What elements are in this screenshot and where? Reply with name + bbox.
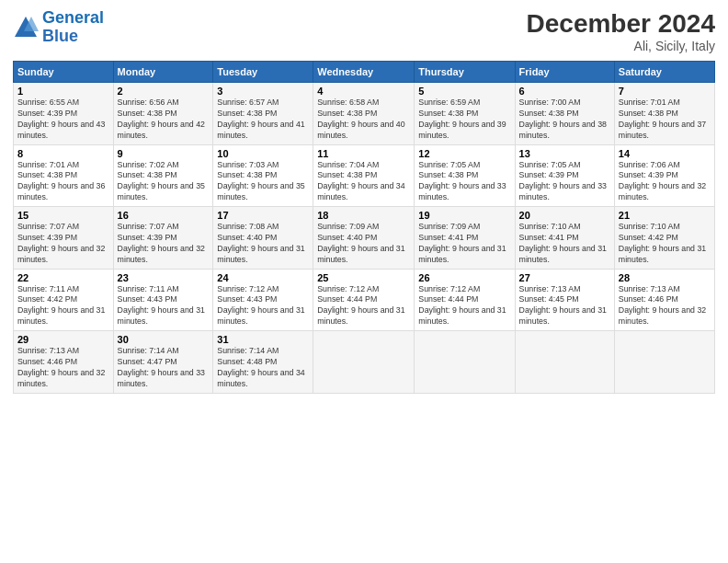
- calendar: SundayMondayTuesdayWednesdayThursdayFrid…: [13, 61, 715, 394]
- sunrise-label: Sunrise: 7:05 AM: [519, 160, 581, 169]
- daylight-label: Daylight: 9 hours and 43 minutes.: [17, 120, 105, 140]
- calendar-cell: 12 Sunrise: 7:05 AM Sunset: 4:38 PM Dayl…: [415, 144, 515, 207]
- daylight-label: Daylight: 9 hours and 31 minutes.: [17, 305, 105, 326]
- daylight-label: Daylight: 9 hours and 34 minutes.: [317, 181, 404, 201]
- day-number: 18: [317, 210, 410, 221]
- sunset-label: Sunset: 4:41 PM: [519, 233, 579, 242]
- day-number: 1: [17, 86, 109, 97]
- day-number: 16: [118, 210, 210, 221]
- day-info: Sunrise: 7:07 AM Sunset: 4:39 PM Dayligh…: [17, 222, 109, 266]
- logo-line2: Blue: [42, 27, 78, 45]
- day-info: Sunrise: 7:06 AM Sunset: 4:39 PM Dayligh…: [619, 160, 711, 204]
- calendar-cell: 21 Sunrise: 7:10 AM Sunset: 4:42 PM Dayl…: [614, 207, 714, 270]
- sunrise-label: Sunrise: 7:14 AM: [217, 346, 279, 355]
- col-header-tuesday: Tuesday: [213, 62, 313, 83]
- calendar-cell: 5 Sunrise: 6:59 AM Sunset: 4:38 PM Dayli…: [415, 83, 515, 145]
- sunset-label: Sunset: 4:43 PM: [118, 294, 177, 304]
- day-info: Sunrise: 7:09 AM Sunset: 4:41 PM Dayligh…: [418, 222, 510, 266]
- sunset-label: Sunset: 4:45 PM: [519, 294, 579, 304]
- col-header-friday: Friday: [515, 62, 614, 83]
- sunrise-label: Sunrise: 6:58 AM: [317, 98, 379, 107]
- daylight-label: Daylight: 9 hours and 39 minutes.: [418, 120, 506, 140]
- daylight-label: Daylight: 9 hours and 38 minutes.: [519, 120, 607, 140]
- calendar-cell: 18 Sunrise: 7:09 AM Sunset: 4:40 PM Dayl…: [313, 207, 415, 270]
- calendar-cell: 11 Sunrise: 7:04 AM Sunset: 4:38 PM Dayl…: [313, 144, 415, 207]
- sunrise-label: Sunrise: 7:11 AM: [118, 284, 179, 293]
- sunrise-label: Sunrise: 7:02 AM: [118, 160, 179, 169]
- sunrise-label: Sunrise: 7:05 AM: [418, 160, 480, 169]
- sunrise-label: Sunrise: 7:04 AM: [317, 160, 379, 169]
- daylight-label: Daylight: 9 hours and 31 minutes.: [317, 305, 404, 326]
- day-info: Sunrise: 7:03 AM Sunset: 4:38 PM Dayligh…: [217, 160, 309, 204]
- daylight-label: Daylight: 9 hours and 32 minutes.: [619, 181, 706, 201]
- day-info: Sunrise: 6:56 AM Sunset: 4:38 PM Dayligh…: [118, 98, 210, 142]
- sunset-label: Sunset: 4:44 PM: [317, 294, 377, 304]
- sunrise-label: Sunrise: 7:00 AM: [519, 98, 581, 107]
- day-info: Sunrise: 7:14 AM Sunset: 4:48 PM Dayligh…: [217, 346, 309, 390]
- day-info: Sunrise: 7:12 AM Sunset: 4:44 PM Dayligh…: [418, 284, 510, 328]
- title-area: December 2024 Ali, Sicily, Italy: [527, 9, 715, 53]
- daylight-label: Daylight: 9 hours and 42 minutes.: [118, 120, 205, 140]
- calendar-cell: 28 Sunrise: 7:13 AM Sunset: 4:46 PM Dayl…: [614, 269, 714, 331]
- sunrise-label: Sunrise: 7:12 AM: [317, 284, 379, 293]
- day-info: Sunrise: 7:12 AM Sunset: 4:44 PM Dayligh…: [317, 284, 410, 328]
- day-info: Sunrise: 7:05 AM Sunset: 4:39 PM Dayligh…: [519, 160, 610, 204]
- calendar-cell: 8 Sunrise: 7:01 AM Sunset: 4:38 PM Dayli…: [14, 144, 114, 207]
- daylight-label: Daylight: 9 hours and 31 minutes.: [317, 244, 404, 264]
- daylight-label: Daylight: 9 hours and 31 minutes.: [519, 244, 607, 264]
- calendar-cell: [614, 331, 714, 394]
- day-info: Sunrise: 7:09 AM Sunset: 4:40 PM Dayligh…: [317, 222, 410, 266]
- page: General Blue December 2024 Ali, Sicily, …: [0, 0, 728, 563]
- week-row-1: 1 Sunrise: 6:55 AM Sunset: 4:39 PM Dayli…: [14, 83, 715, 145]
- day-number: 15: [17, 210, 109, 221]
- week-row-5: 29 Sunrise: 7:13 AM Sunset: 4:46 PM Dayl…: [14, 331, 715, 394]
- daylight-label: Daylight: 9 hours and 32 minutes.: [17, 368, 105, 388]
- calendar-cell: 13 Sunrise: 7:05 AM Sunset: 4:39 PM Dayl…: [515, 144, 614, 207]
- daylight-label: Daylight: 9 hours and 32 minutes.: [17, 244, 105, 264]
- daylight-label: Daylight: 9 hours and 31 minutes.: [118, 305, 205, 326]
- daylight-label: Daylight: 9 hours and 32 minutes.: [118, 244, 205, 264]
- calendar-cell: 2 Sunrise: 6:56 AM Sunset: 4:38 PM Dayli…: [113, 83, 213, 145]
- day-info: Sunrise: 7:08 AM Sunset: 4:40 PM Dayligh…: [217, 222, 309, 266]
- sunset-label: Sunset: 4:38 PM: [118, 109, 177, 118]
- calendar-cell: 19 Sunrise: 7:09 AM Sunset: 4:41 PM Dayl…: [415, 207, 515, 270]
- day-number: 26: [418, 272, 510, 283]
- day-number: 11: [317, 148, 410, 159]
- sunrise-label: Sunrise: 7:01 AM: [17, 160, 79, 169]
- day-info: Sunrise: 7:13 AM Sunset: 4:45 PM Dayligh…: [519, 284, 610, 328]
- day-number: 13: [519, 148, 610, 159]
- day-number: 22: [17, 272, 109, 283]
- sunset-label: Sunset: 4:48 PM: [217, 357, 277, 366]
- daylight-label: Daylight: 9 hours and 31 minutes.: [418, 244, 506, 264]
- calendar-cell: 26 Sunrise: 7:12 AM Sunset: 4:44 PM Dayl…: [415, 269, 515, 331]
- calendar-cell: 24 Sunrise: 7:12 AM Sunset: 4:43 PM Dayl…: [213, 269, 313, 331]
- sunset-label: Sunset: 4:38 PM: [418, 109, 478, 118]
- logo-text: General Blue: [42, 9, 104, 46]
- sunrise-label: Sunrise: 6:59 AM: [418, 98, 480, 107]
- sunset-label: Sunset: 4:38 PM: [317, 109, 377, 118]
- day-number: 25: [317, 272, 410, 283]
- sunrise-label: Sunrise: 6:55 AM: [17, 98, 79, 107]
- sunset-label: Sunset: 4:46 PM: [619, 294, 678, 304]
- sunset-label: Sunset: 4:39 PM: [118, 233, 177, 242]
- logo-area: General Blue: [13, 9, 104, 46]
- day-info: Sunrise: 6:59 AM Sunset: 4:38 PM Dayligh…: [418, 98, 510, 142]
- calendar-cell: 15 Sunrise: 7:07 AM Sunset: 4:39 PM Dayl…: [14, 207, 114, 270]
- daylight-label: Daylight: 9 hours and 35 minutes.: [118, 181, 205, 201]
- day-info: Sunrise: 7:11 AM Sunset: 4:42 PM Dayligh…: [17, 284, 109, 328]
- calendar-cell: [515, 331, 614, 394]
- day-number: 10: [217, 148, 309, 159]
- daylight-label: Daylight: 9 hours and 31 minutes.: [619, 244, 706, 264]
- calendar-cell: 7 Sunrise: 7:01 AM Sunset: 4:38 PM Dayli…: [614, 83, 714, 145]
- daylight-label: Daylight: 9 hours and 35 minutes.: [217, 181, 304, 201]
- sunrise-label: Sunrise: 7:07 AM: [17, 222, 79, 231]
- daylight-label: Daylight: 9 hours and 33 minutes.: [418, 181, 506, 201]
- daylight-label: Daylight: 9 hours and 32 minutes.: [619, 305, 706, 326]
- col-header-saturday: Saturday: [614, 62, 714, 83]
- day-number: 8: [17, 148, 109, 159]
- sunset-label: Sunset: 4:39 PM: [17, 233, 77, 242]
- calendar-cell: [415, 331, 515, 394]
- sunset-label: Sunset: 4:40 PM: [217, 233, 277, 242]
- sunrise-label: Sunrise: 7:01 AM: [619, 98, 680, 107]
- sunset-label: Sunset: 4:46 PM: [17, 357, 77, 366]
